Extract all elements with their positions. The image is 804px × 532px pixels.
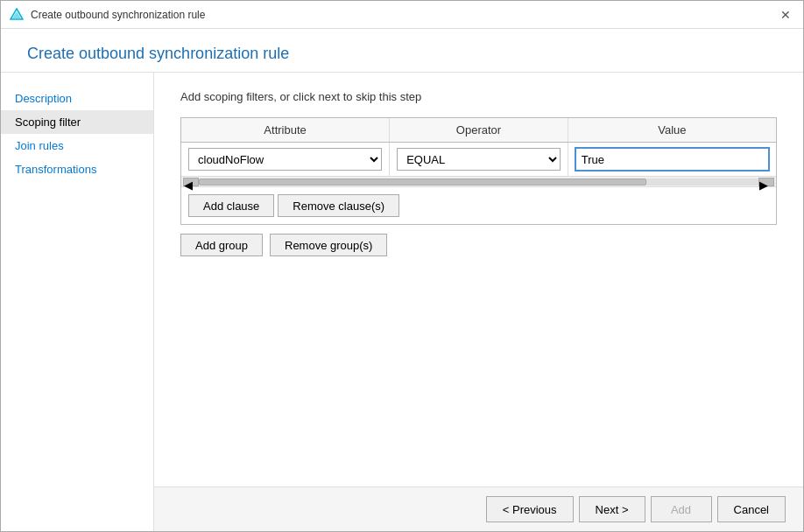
sidebar-item-join-rules[interactable]: Join rules bbox=[1, 134, 153, 158]
add-group-button[interactable]: Add group bbox=[180, 234, 263, 256]
sidebar-item-description[interactable]: Description bbox=[1, 87, 153, 110]
col-value: Value bbox=[568, 118, 776, 143]
footer: < Previous Next > Add Cancel bbox=[154, 486, 803, 531]
window-title: Create outbound synchronization rule bbox=[31, 9, 777, 21]
group-buttons-area: Add group Remove group(s) bbox=[180, 234, 777, 256]
main-content-area: Add scoping filters, or click next to sk… bbox=[154, 73, 803, 531]
sidebar-item-transformations[interactable]: Transformations bbox=[1, 158, 153, 181]
add-button[interactable]: Add bbox=[651, 496, 712, 522]
scroll-left-btn[interactable]: ◀ bbox=[183, 178, 199, 186]
table-row: cloudNoFlow accountEnabled department di… bbox=[181, 143, 776, 177]
horizontal-scrollbar[interactable]: ◀ ▶ bbox=[181, 176, 776, 186]
clause-buttons-area: Add clause Remove clause(s) bbox=[181, 186, 776, 224]
app-icon bbox=[10, 8, 24, 22]
remove-clause-button[interactable]: Remove clause(s) bbox=[278, 194, 399, 217]
value-cell bbox=[568, 143, 776, 177]
attribute-cell: cloudNoFlow accountEnabled department di… bbox=[181, 143, 390, 177]
sidebar-item-scoping-filter[interactable]: Scoping filter bbox=[1, 110, 153, 134]
attribute-select[interactable]: cloudNoFlow accountEnabled department di… bbox=[188, 148, 382, 171]
previous-button[interactable]: < Previous bbox=[486, 496, 574, 522]
main-window: Create outbound synchronization rule ✕ C… bbox=[0, 0, 804, 532]
sidebar: Description Scoping filter Join rules Tr… bbox=[1, 73, 154, 531]
next-button[interactable]: Next > bbox=[579, 496, 645, 522]
col-operator: Operator bbox=[390, 118, 568, 143]
operator-select[interactable]: EQUAL NOT EQUAL STARTS WITH ENDS WITH CO… bbox=[397, 148, 561, 171]
col-attribute: Attribute bbox=[181, 118, 390, 143]
remove-group-button[interactable]: Remove group(s) bbox=[270, 234, 387, 256]
filter-table: Attribute Operator Value bbox=[181, 118, 776, 176]
operator-cell: EQUAL NOT EQUAL STARTS WITH ENDS WITH CO… bbox=[390, 143, 568, 177]
scroll-right-btn[interactable]: ▶ bbox=[758, 178, 774, 186]
filter-box: Attribute Operator Value bbox=[180, 117, 777, 225]
value-input[interactable] bbox=[575, 148, 769, 171]
scroll-track bbox=[199, 178, 758, 186]
content-area: Description Scoping filter Join rules Tr… bbox=[1, 73, 803, 531]
main-inner: Add scoping filters, or click next to sk… bbox=[154, 73, 803, 486]
step-instruction: Add scoping filters, or click next to sk… bbox=[180, 90, 777, 103]
scroll-thumb[interactable] bbox=[199, 178, 646, 186]
close-button[interactable]: ✕ bbox=[777, 6, 794, 24]
add-clause-button[interactable]: Add clause bbox=[188, 194, 274, 217]
title-bar: Create outbound synchronization rule ✕ bbox=[1, 1, 803, 29]
cancel-button[interactable]: Cancel bbox=[717, 496, 786, 522]
page-title: Create outbound synchronization rule bbox=[1, 29, 803, 73]
